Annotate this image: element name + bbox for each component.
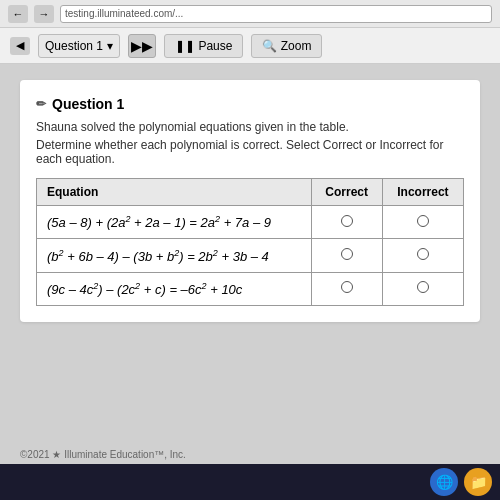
question-panel: ✏ Question 1 Shauna solved the polynomia… bbox=[20, 80, 480, 322]
table-row: (9c – 4c2) – (2c2 + c) = –6c2 + 10c bbox=[37, 272, 464, 305]
question-instruction: Determine whether each polynomial is cor… bbox=[36, 138, 464, 166]
zoom-label: 🔍 Zoom bbox=[262, 39, 311, 53]
table-row: (b2 + 6b – 4) – (3b + b2) = 2b2 + 3b – 4 bbox=[37, 239, 464, 272]
prev-question-button[interactable]: ◀ bbox=[10, 37, 30, 55]
chevron-icon: ▾ bbox=[107, 39, 113, 53]
table-row: (5a – 8) + (2a2 + 2a – 1) = 2a2 + 7a – 9 bbox=[37, 206, 464, 239]
browser-icon[interactable]: 🌐 bbox=[430, 468, 458, 496]
incorrect-radio-1[interactable] bbox=[382, 206, 463, 239]
address-text: testing.illuminateed.com/... bbox=[65, 8, 183, 19]
equation-2: (b2 + 6b – 4) – (3b + b2) = 2b2 + 3b – 4 bbox=[37, 239, 312, 272]
toolbar: ◀ Question 1 ▾ ▶▶ ❚❚ Pause 🔍 Zoom bbox=[0, 28, 500, 64]
correct-radio-1[interactable] bbox=[311, 206, 382, 239]
question-intro: Shauna solved the polynomial equations g… bbox=[36, 120, 464, 134]
address-bar[interactable]: testing.illuminateed.com/... bbox=[60, 5, 492, 23]
skip-icon: ▶▶ bbox=[131, 38, 153, 54]
pencil-icon: ✏ bbox=[36, 97, 46, 111]
forward-button[interactable]: → bbox=[34, 5, 54, 23]
question-number: Question 1 bbox=[52, 96, 124, 112]
folder-icon[interactable]: 📁 bbox=[464, 468, 492, 496]
col-equation: Equation bbox=[37, 179, 312, 206]
pause-label: ❚❚ Pause bbox=[175, 39, 232, 53]
table-header-row: Equation Correct Incorrect bbox=[37, 179, 464, 206]
col-incorrect: Incorrect bbox=[382, 179, 463, 206]
question-label: Question 1 bbox=[45, 39, 103, 53]
footer: ©2021 ★ Illuminate Education™, Inc. bbox=[20, 449, 186, 460]
equation-table: Equation Correct Incorrect (5a – 8) + (2… bbox=[36, 178, 464, 306]
equation-1: (5a – 8) + (2a2 + 2a – 1) = 2a2 + 7a – 9 bbox=[37, 206, 312, 239]
correct-radio-3[interactable] bbox=[311, 272, 382, 305]
equation-3: (9c – 4c2) – (2c2 + c) = –6c2 + 10c bbox=[37, 272, 312, 305]
incorrect-radio-3[interactable] bbox=[382, 272, 463, 305]
correct-radio-2[interactable] bbox=[311, 239, 382, 272]
pause-button[interactable]: ❚❚ Pause bbox=[164, 34, 243, 58]
skip-button[interactable]: ▶▶ bbox=[128, 34, 156, 58]
back-button[interactable]: ← bbox=[8, 5, 28, 23]
taskbar: 🌐 📁 bbox=[0, 464, 500, 500]
incorrect-radio-2[interactable] bbox=[382, 239, 463, 272]
col-correct: Correct bbox=[311, 179, 382, 206]
zoom-button[interactable]: 🔍 Zoom bbox=[251, 34, 322, 58]
browser-bar: ← → testing.illuminateed.com/... bbox=[0, 0, 500, 28]
copyright-text: ©2021 ★ Illuminate Education™, Inc. bbox=[20, 449, 186, 460]
question-title-bar: ✏ Question 1 bbox=[36, 96, 464, 112]
question-selector[interactable]: Question 1 ▾ bbox=[38, 34, 120, 58]
